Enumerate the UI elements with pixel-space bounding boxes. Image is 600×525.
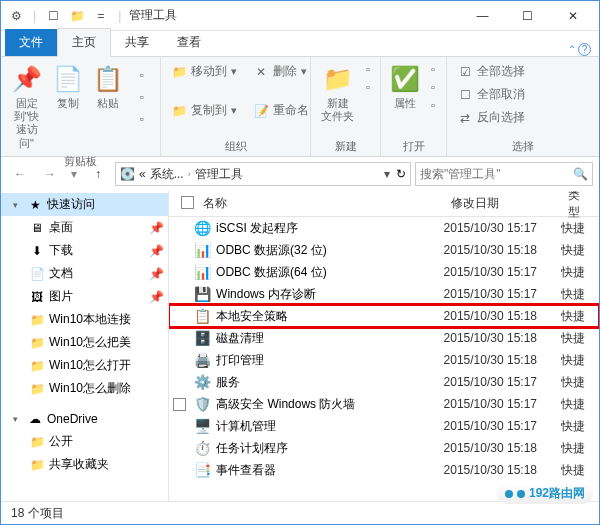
file-row[interactable]: 📑事件查看器2015/10/30 15:18快捷: [169, 459, 599, 481]
ribbon-tabs: 文件 主页 共享 查看 ⌃?: [1, 31, 599, 57]
minimize-button[interactable]: —: [460, 2, 505, 30]
group-label-new: 新建: [317, 137, 374, 154]
dropdown-icon[interactable]: ▾: [384, 167, 390, 181]
col-name[interactable]: 名称: [195, 195, 443, 212]
tab-home[interactable]: 主页: [57, 28, 111, 57]
file-row[interactable]: ⏱️任务计划程序2015/10/30 15:18快捷: [169, 437, 599, 459]
file-type: 快捷: [561, 418, 599, 435]
file-name: 服务: [216, 374, 240, 391]
file-name: ODBC 数据源(32 位): [216, 242, 327, 259]
sidebar-desktop[interactable]: 🖥桌面📌: [1, 216, 168, 239]
select-none-icon: ☐: [457, 87, 473, 103]
navigation-pane: ▾★快速访问 🖥桌面📌 ⬇下载📌 📄文档📌 🖼图片📌 📁Win10本地连接 📁W…: [1, 191, 169, 501]
select-invert-button[interactable]: ⇄反向选择: [453, 107, 529, 128]
col-checkbox[interactable]: [173, 196, 195, 212]
drive-icon: 💽: [120, 167, 135, 181]
select-all-button[interactable]: ☑全部选择: [453, 61, 529, 82]
ribbon-group-organize: 📁移动到 ▾ ✕删除 ▾ 📁复制到 ▾ 📝重命名 组织: [161, 57, 311, 156]
copyto-button[interactable]: 📁复制到 ▾: [167, 100, 241, 121]
copy-button[interactable]: 📄复制: [50, 61, 86, 112]
maximize-button[interactable]: ☐: [505, 2, 550, 30]
file-row[interactable]: ⚙️服务2015/10/30 15:17快捷: [169, 371, 599, 393]
ribbon-group-clipboard: 📌固定到"快 速访问" 📄复制 📋粘贴 ▫ ▫ ▫ 剪贴板: [1, 57, 161, 156]
ribbon-expand[interactable]: ⌃?: [568, 43, 591, 56]
search-box[interactable]: 🔍: [415, 162, 593, 186]
paste-button[interactable]: 📋粘贴: [90, 61, 126, 112]
file-icon: 🖨️: [194, 352, 210, 368]
body: ▾★快速访问 🖥桌面📌 ⬇下载📌 📄文档📌 🖼图片📌 📁Win10本地连接 📁W…: [1, 191, 599, 501]
group-label-organize: 组织: [167, 137, 304, 154]
select-invert-icon: ⇄: [457, 110, 473, 126]
sidebar-folder-4[interactable]: 📁Win10怎么删除: [1, 377, 168, 400]
crumb-1[interactable]: 系统...: [150, 166, 184, 183]
file-row[interactable]: 📊ODBC 数据源(32 位)2015/10/30 15:18快捷: [169, 239, 599, 261]
open-small-2[interactable]: ▫: [427, 79, 439, 95]
sidebar-folder-2[interactable]: 📁Win10怎么把美: [1, 331, 168, 354]
history-dropdown[interactable]: ▾: [67, 161, 81, 187]
file-row[interactable]: 🖥️计算机管理2015/10/30 15:17快捷: [169, 415, 599, 437]
delete-button[interactable]: ✕删除 ▾: [249, 61, 311, 82]
small-btn-3[interactable]: ▫: [130, 109, 154, 129]
file-row[interactable]: 🖨️打印管理2015/10/30 15:18快捷: [169, 349, 599, 371]
refresh-icon[interactable]: ↻: [396, 167, 406, 181]
moveto-button[interactable]: 📁移动到 ▾: [167, 61, 241, 82]
new-small-1[interactable]: ▫: [362, 61, 374, 77]
tab-view[interactable]: 查看: [163, 29, 215, 56]
up-button[interactable]: ↑: [85, 161, 111, 187]
open-small-3[interactable]: ▫: [427, 97, 439, 113]
pin-button[interactable]: 📌固定到"快 速访问": [7, 61, 46, 152]
search-input[interactable]: [420, 167, 573, 181]
sidebar-folder-3[interactable]: 📁Win10怎么打开: [1, 354, 168, 377]
properties-button[interactable]: ✅属性: [387, 61, 423, 112]
sidebar-folder-1[interactable]: 📁Win10本地连接: [1, 308, 168, 331]
quick-access-toolbar: ⚙ | ☐ 📁 = |: [5, 5, 125, 27]
sidebar-pictures[interactable]: 🖼图片📌: [1, 285, 168, 308]
crumb-2[interactable]: 管理工具: [195, 166, 243, 183]
equals-icon[interactable]: =: [90, 5, 112, 27]
sidebar-public[interactable]: 📁公开: [1, 430, 168, 453]
checkbox-icon[interactable]: ☐: [42, 5, 64, 27]
file-date: 2015/10/30 15:18: [444, 331, 561, 345]
file-type: 快捷: [561, 352, 599, 369]
group-label-open: 打开: [387, 137, 440, 154]
file-date: 2015/10/30 15:17: [444, 287, 561, 301]
file-name: 打印管理: [216, 352, 264, 369]
file-type: 快捷: [561, 440, 599, 457]
small-btn-2[interactable]: ▫: [130, 87, 154, 107]
file-icon: 📑: [194, 462, 210, 478]
new-small-2[interactable]: ▫: [362, 79, 374, 95]
folder-icon: 📁: [29, 457, 45, 473]
newfolder-button[interactable]: 📁新建 文件夹: [317, 61, 358, 125]
sidebar-onedrive[interactable]: ▾☁OneDrive: [1, 408, 168, 430]
file-row[interactable]: 🛡️高级安全 Windows 防火墙2015/10/30 15:17快捷: [169, 393, 599, 415]
folder-icon: 📁: [29, 335, 45, 351]
open-small-1[interactable]: ▫: [427, 61, 439, 77]
file-row[interactable]: 📊ODBC 数据源(64 位)2015/10/30 15:17快捷: [169, 261, 599, 283]
back-button[interactable]: ←: [7, 161, 33, 187]
file-row[interactable]: 🗄️磁盘清理2015/10/30 15:18快捷: [169, 327, 599, 349]
file-row[interactable]: 🌐iSCSI 发起程序2015/10/30 15:17快捷: [169, 217, 599, 239]
rename-button[interactable]: 📝重命名: [249, 100, 313, 121]
col-date[interactable]: 修改日期: [443, 195, 560, 212]
sidebar-quick-access[interactable]: ▾★快速访问: [1, 193, 168, 216]
star-icon: ★: [27, 197, 43, 213]
breadcrumb[interactable]: 💽 « 系统... › 管理工具 ▾ ↻: [115, 162, 411, 186]
sidebar-documents[interactable]: 📄文档📌: [1, 262, 168, 285]
search-icon[interactable]: 🔍: [573, 167, 588, 181]
folder-icon[interactable]: 📁: [66, 5, 88, 27]
forward-button[interactable]: →: [37, 161, 63, 187]
select-none-button[interactable]: ☐全部取消: [453, 84, 529, 105]
close-button[interactable]: ✕: [550, 2, 595, 30]
file-row[interactable]: 💾Windows 内存诊断2015/10/30 15:17快捷: [169, 283, 599, 305]
small-btn-1[interactable]: ▫: [130, 65, 154, 85]
tab-file[interactable]: 文件: [5, 29, 57, 56]
file-row[interactable]: 📋本地安全策略2015/10/30 15:18快捷: [169, 305, 599, 327]
group-label-select: 选择: [453, 137, 593, 154]
settings-icon[interactable]: ⚙: [5, 5, 27, 27]
tab-share[interactable]: 共享: [111, 29, 163, 56]
file-icon: 🌐: [194, 220, 210, 236]
sidebar-downloads[interactable]: ⬇下载📌: [1, 239, 168, 262]
sidebar-shared[interactable]: 📁共享收藏夹: [1, 453, 168, 476]
cloud-icon: ☁: [27, 411, 43, 427]
item-count: 18 个项目: [11, 505, 64, 522]
